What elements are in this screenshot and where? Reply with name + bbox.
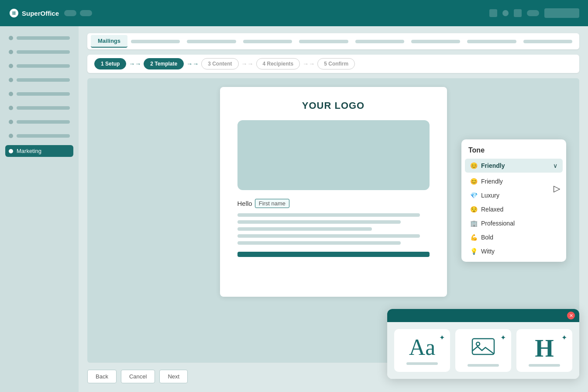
tone-option-professional[interactable]: 🏢 Professional: [461, 216, 566, 230]
tone-selected-left: 😊 Friendly: [470, 162, 505, 169]
tab-spacer-1: [131, 40, 180, 43]
tab-spacer-7: [467, 40, 516, 43]
sidebar-item-marketing[interactable]: Marketing: [5, 145, 73, 157]
tone-label-friendly: Friendly: [481, 178, 503, 185]
tab-spacer-5: [355, 40, 404, 43]
wizard-arrow-4: →→: [303, 60, 315, 67]
ai-sparkle-image: ✦: [500, 333, 506, 342]
wizard-step-4: 4 Recipients: [256, 58, 300, 69]
email-image-placeholder: [237, 120, 430, 190]
tone-option-witty[interactable]: 💡 Witty: [461, 244, 566, 258]
email-line-3: [237, 227, 372, 231]
ai-tool-text[interactable]: ✦ Aa: [394, 329, 450, 372]
tab-spacer-3: [243, 40, 292, 43]
tone-option-friendly[interactable]: 😊 Friendly: [461, 174, 566, 188]
sidebar-item-7[interactable]: [5, 117, 73, 127]
sidebar-item-1[interactable]: [5, 33, 73, 43]
ai-tool-heading-icon: H: [535, 336, 554, 361]
tone-emoji-professional: 🏢: [470, 220, 478, 227]
sidebar: Marketing: [0, 26, 79, 392]
sidebar-label-1: [17, 36, 70, 40]
tone-emoji-witty: 💡: [470, 248, 478, 255]
sidebar-label-5: [17, 92, 70, 96]
wizard-step-1: 1 Setup: [94, 58, 126, 69]
ai-tool-image[interactable]: ✦: [455, 329, 511, 372]
back-button[interactable]: Back: [87, 370, 117, 383]
sidebar-item-2[interactable]: [5, 47, 73, 57]
email-preview: YOUR LOGO Hello First name: [220, 87, 447, 297]
email-greeting: Hello First name: [237, 199, 430, 208]
wizard-step-btn-3[interactable]: 3 Content: [201, 58, 238, 69]
tone-label-witty: Witty: [481, 248, 495, 255]
topbar-sq-1[interactable]: [489, 9, 497, 17]
sidebar-item-6[interactable]: [5, 103, 73, 113]
tone-card: Tone 😊 Friendly ∨ 😊 Friendly 💎 Luxury: [461, 139, 566, 262]
email-line-2: [237, 220, 401, 224]
sidebar-dot-marketing: [9, 149, 13, 153]
tone-option-luxury[interactable]: 💎 Luxury: [461, 188, 566, 202]
tone-option-bold[interactable]: 💪 Bold: [461, 230, 566, 244]
wizard-step-3: 3 Content: [201, 58, 238, 69]
sidebar-dot-1: [9, 36, 13, 40]
email-greeting-hello: Hello: [237, 200, 252, 207]
email-line-5: [237, 241, 401, 245]
wizard-step-btn-5[interactable]: 5 Confirm: [317, 58, 355, 69]
wizard-step-btn-1[interactable]: 1 Setup: [94, 58, 126, 69]
email-line-4: [237, 234, 420, 238]
topbar-circle-1[interactable]: [502, 10, 509, 16]
sidebar-label-6: [17, 106, 70, 110]
tone-selected[interactable]: 😊 Friendly ∨: [465, 159, 563, 173]
tone-emoji-luxury: 💎: [470, 192, 478, 199]
ai-tool-image-icon: [471, 336, 495, 361]
ai-tool-text-icon: Aa: [409, 336, 436, 359]
logo-icon: [9, 8, 19, 18]
sidebar-label-marketing: Marketing: [17, 148, 41, 154]
wizard-step-5: 5 Confirm: [317, 58, 355, 69]
topbar-user-area[interactable]: [544, 8, 579, 18]
wizard-step-btn-4[interactable]: 4 Recipients: [256, 58, 300, 69]
ai-tools-body: ✦ Aa ✦ ✦ H: [387, 322, 579, 379]
wizard-step-2: 2 Template: [144, 58, 184, 69]
wizard-steps: 1 Setup →→ 2 Template →→ 3 Content →→ 4 …: [87, 55, 579, 73]
sidebar-label-3: [17, 64, 70, 68]
tone-label-bold: Bold: [481, 234, 493, 241]
tab-spacer-8: [523, 40, 572, 43]
wizard-step-btn-2[interactable]: 2 Template: [144, 58, 184, 69]
email-logo: YOUR LOGO: [237, 100, 430, 111]
ai-sparkle-heading: ✦: [561, 333, 567, 342]
ai-sparkle-text: ✦: [439, 333, 445, 342]
tone-emoji-bold: 💪: [470, 234, 478, 241]
sidebar-dot-8: [9, 134, 13, 138]
next-button[interactable]: Next: [159, 370, 188, 383]
topbar-sq-2[interactable]: [514, 9, 522, 17]
tone-label-luxury: Luxury: [481, 192, 499, 199]
tone-label-relaxed: Relaxed: [481, 206, 503, 213]
sidebar-item-3[interactable]: [5, 61, 73, 71]
tab-bar: Mailings: [87, 33, 579, 49]
ai-tool-text-line: [406, 362, 438, 365]
sidebar-item-4[interactable]: [5, 75, 73, 85]
ai-tool-image-line: [468, 364, 499, 367]
tone-chevron-icon: ∨: [553, 162, 557, 169]
tone-label-professional: Professional: [481, 220, 515, 227]
tone-selected-emoji: 😊: [470, 162, 478, 169]
tone-option-relaxed[interactable]: 😌 Relaxed: [461, 202, 566, 216]
wizard-arrow-1: →→: [129, 60, 141, 67]
tab-spacer-4: [299, 40, 348, 43]
sidebar-label-4: [17, 78, 70, 82]
cancel-button[interactable]: Cancel: [121, 370, 155, 383]
sidebar-label-8: [17, 134, 70, 138]
sidebar-label-2: [17, 50, 70, 54]
wizard-arrow-2: →→: [186, 60, 199, 67]
sidebar-dot-2: [9, 50, 13, 54]
topbar-controls: [64, 10, 92, 16]
sidebar-item-8[interactable]: [5, 131, 73, 141]
tab-mailings[interactable]: Mailings: [91, 35, 127, 48]
email-greeting-name[interactable]: First name: [255, 199, 289, 208]
ai-tool-heading[interactable]: ✦ H: [516, 329, 572, 372]
sidebar-dot-4: [9, 78, 13, 82]
tone-selected-label: Friendly: [481, 162, 505, 169]
sidebar-item-5[interactable]: [5, 89, 73, 99]
ai-tools-close-button[interactable]: ✕: [567, 312, 575, 319]
email-bottom-bar: [237, 252, 430, 257]
